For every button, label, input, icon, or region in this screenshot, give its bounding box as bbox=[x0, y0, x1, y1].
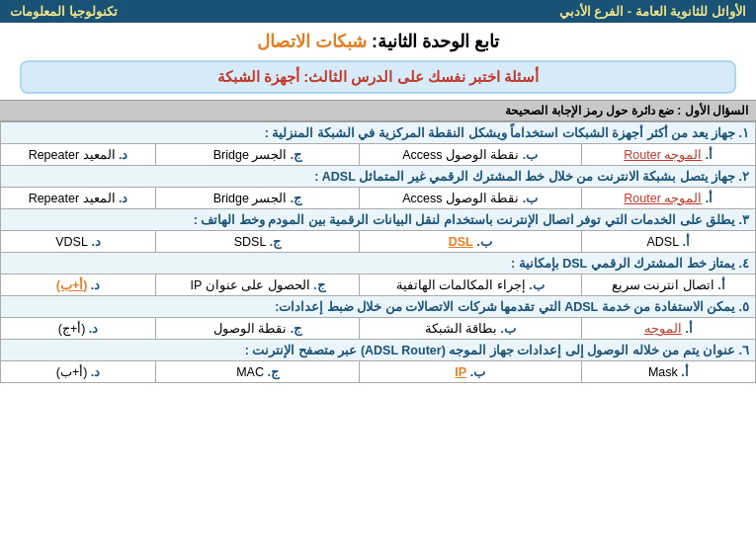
main-title: تابع الوحدة الثانية: شبكات الاتصال bbox=[0, 23, 756, 56]
answer-cell-5-2: ج. SDSL bbox=[156, 231, 360, 253]
main-title-prefix: تابع الوحدة الثانية: bbox=[372, 32, 499, 51]
answer-cell-1-2: ج. الجسر Bridge bbox=[156, 144, 360, 166]
question-row-2: ٢. جهاز يتصل بشبكة الانترنت من خلال خط ا… bbox=[1, 166, 756, 188]
question-row-10: ٦. عنوان يتم من خلاله الوصول إلى إعدادات… bbox=[1, 340, 756, 361]
answer-cell-7-1: ب. إجراء المكالمات الهاتفية bbox=[359, 275, 581, 296]
quiz-table: ١. جهاز يعد من أكثر أجهزة الشبكات استخدا… bbox=[0, 121, 756, 383]
question-row-6: ٤. يمتاز خط المشترك الرقمي DSL بإمكانية … bbox=[1, 253, 756, 275]
q0-label: السؤال الأول : ضع دائرة حول رمز الإجابة … bbox=[0, 100, 756, 121]
answer-cell-9-0: أ. الموجه bbox=[581, 318, 755, 340]
answer-cell-11-3: د. (أ+ب) bbox=[1, 361, 156, 383]
answer-cell-7-2: ج. الحصول على عنوان IP bbox=[156, 275, 360, 296]
answer-cell-5-3: د. VDSL bbox=[1, 231, 156, 253]
answer-cell-7-0: أ. اتصال انترنت سريع bbox=[581, 275, 755, 296]
answer-cell-11-0: أ. Mask bbox=[581, 361, 755, 383]
answer-cell-9-2: ج. نقطة الوصول bbox=[156, 318, 360, 340]
subtitle-text: أسئلة اختبر نفسك على الدرس الثالث: أجهزة… bbox=[217, 68, 539, 85]
answer-cell-1-1: ب. نقطة الوصول Access bbox=[359, 144, 581, 166]
answer-cell-7-3: د. (أ+ب) bbox=[1, 275, 156, 296]
answer-cell-3-1: ب. نقطة الوصول Access bbox=[359, 188, 581, 209]
answer-cell-5-0: أ. ADSL bbox=[581, 231, 755, 253]
answer-cell-3-3: د. المعيد Repeater bbox=[1, 188, 156, 209]
answer-cell-1-3: د. المعيد Repeater bbox=[1, 144, 156, 166]
header-left: تكنولوجيا المعلومات bbox=[10, 4, 118, 19]
main-title-suffix: شبكات الاتصال bbox=[257, 32, 367, 51]
answer-cell-9-1: ب. بطاقة الشبكة bbox=[359, 318, 581, 340]
answer-cell-3-0: أ. الموجه Router bbox=[581, 188, 755, 209]
answer-cell-5-1: ب. DSL bbox=[359, 231, 581, 253]
answer-cell-11-1: ب. IP bbox=[359, 361, 581, 383]
subtitle-box: أسئلة اختبر نفسك على الدرس الثالث: أجهزة… bbox=[20, 60, 736, 94]
question-row-0: ١. جهاز يعد من أكثر أجهزة الشبكات استخدا… bbox=[1, 122, 756, 144]
question-row-4: ٣. يطلق على الخدمات التي توفر اتصال الإن… bbox=[1, 209, 756, 231]
answer-cell-9-3: د. (أ+ج) bbox=[1, 318, 156, 340]
question-row-8: ٥. يمكن الاستفادة من خدمة ADSL التي تقدم… bbox=[1, 296, 756, 318]
header: الأوائل للثانوية العامة - الفرع الأدبي ت… bbox=[0, 0, 756, 23]
header-right: الأوائل للثانوية العامة - الفرع الأدبي bbox=[559, 4, 746, 19]
answer-cell-11-2: ج. MAC bbox=[156, 361, 360, 383]
answer-cell-3-2: ج. الجسر Bridge bbox=[156, 188, 360, 209]
answer-cell-1-0: أ. الموجه Router bbox=[581, 144, 755, 166]
